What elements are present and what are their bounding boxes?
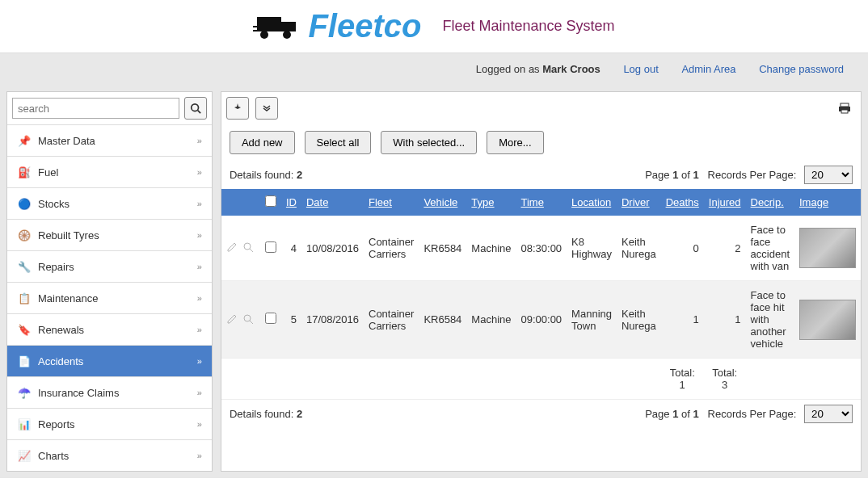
- nav-label: Accidents: [38, 355, 83, 367]
- records-per-page-select[interactable]: 20: [804, 166, 853, 184]
- col-id[interactable]: ID: [281, 189, 301, 216]
- view-icon[interactable]: [242, 313, 255, 326]
- sidebar-item-master-data[interactable]: 📌Master Data»: [7, 124, 212, 156]
- cell-time: 09:00:00: [516, 281, 567, 359]
- nav-icon: 📊: [17, 417, 32, 431]
- nav-label: Charts: [38, 450, 69, 462]
- svg-line-12: [250, 249, 253, 252]
- chevron-right-icon: »: [197, 167, 202, 177]
- chevron-right-icon: »: [197, 136, 202, 145]
- cell-type: Machine: [466, 281, 516, 359]
- svg-line-7: [198, 111, 201, 114]
- col-date[interactable]: Date: [301, 189, 364, 216]
- cell-id: 5: [281, 281, 301, 359]
- col-fleet[interactable]: Fleet: [364, 189, 419, 216]
- edit-icon[interactable]: [226, 313, 239, 326]
- logo-block: Fleetco Fleet Maintenance System: [253, 8, 614, 44]
- view-icon[interactable]: [242, 241, 255, 254]
- nav-label: Repairs: [38, 261, 74, 273]
- sidebar-item-rebuilt-tyres[interactable]: 🛞Rebuilt Tyres»: [7, 219, 212, 250]
- row-checkbox[interactable]: [265, 241, 276, 253]
- cell-descrip: Face to face accident with van: [746, 216, 794, 281]
- sidebar-item-accidents[interactable]: 📄Accidents»: [7, 345, 212, 376]
- pagination-info: Page 1 of 1 Records Per Page: 20: [645, 166, 853, 184]
- user-bar: Logged on as Mark Croos Log out Admin Ar…: [0, 53, 868, 85]
- with-selected-button[interactable]: With selected...: [381, 131, 477, 154]
- chevron-right-icon: »: [197, 356, 202, 366]
- sidebar-item-reports[interactable]: 📊Reports»: [7, 408, 212, 439]
- sidebar-item-stocks[interactable]: 🔵Stocks»: [7, 187, 212, 219]
- cell-date: 17/08/2016: [301, 281, 364, 359]
- col-deaths[interactable]: Deaths: [661, 189, 704, 216]
- chevron-right-icon: »: [197, 388, 202, 397]
- cell-fleet: Container Carriers: [364, 216, 419, 281]
- logged-on-label: Logged on as: [476, 63, 542, 75]
- nav-icon: 📄: [17, 354, 32, 368]
- nav-icon: ⛽: [17, 165, 32, 179]
- svg-rect-1: [281, 22, 296, 31]
- total-deaths: Total: 1: [661, 359, 704, 400]
- truck-icon: [253, 10, 301, 43]
- chevron-right-icon: »: [197, 262, 202, 271]
- col-image[interactable]: Image: [794, 189, 861, 216]
- sidebar-item-fuel[interactable]: ⛽Fuel»: [7, 156, 212, 187]
- select-all-checkbox[interactable]: [265, 195, 276, 207]
- sidebar-item-insurance-claims[interactable]: ☂️Insurance Claims»: [7, 376, 212, 408]
- row-checkbox[interactable]: [265, 313, 276, 324]
- svg-point-6: [192, 104, 199, 111]
- accidents-table: ID Date Fleet Vehicle Type Time Location…: [221, 189, 861, 400]
- cell-image[interactable]: [794, 281, 861, 359]
- accident-thumbnail[interactable]: [799, 228, 856, 268]
- cell-location: Manning Town: [567, 281, 617, 359]
- chevron-down-icon: [263, 104, 271, 112]
- nav-icon: 🔧: [17, 259, 32, 274]
- edit-icon[interactable]: [226, 241, 239, 254]
- print-button[interactable]: [833, 97, 856, 120]
- nav-label: Renewals: [38, 324, 84, 336]
- select-all-button[interactable]: Select all: [305, 131, 372, 154]
- col-descrip[interactable]: Decrip.: [746, 189, 794, 216]
- nav-label: Maintenance: [38, 292, 98, 304]
- col-driver[interactable]: Driver: [617, 189, 661, 216]
- cell-id: 4: [281, 216, 301, 281]
- cell-descrip: Face to face hit with another vehicle: [746, 281, 794, 359]
- col-vehicle[interactable]: Vehicle: [419, 189, 466, 216]
- cell-location: K8 Highway: [567, 216, 617, 281]
- col-checkbox[interactable]: [260, 189, 281, 216]
- accident-thumbnail[interactable]: [799, 300, 856, 340]
- nav-label: Master Data: [38, 135, 95, 147]
- more-button[interactable]: More...: [487, 131, 543, 154]
- admin-area-link[interactable]: Admin Area: [681, 63, 735, 75]
- dropdown-toggle-button[interactable]: [255, 97, 278, 120]
- pin-button[interactable]: [226, 97, 249, 120]
- brand-name: Fleetco: [308, 8, 421, 44]
- cell-vehicle: KR6584: [419, 216, 466, 281]
- records-per-page-select-bottom[interactable]: 20: [804, 405, 853, 423]
- sidebar-item-charts[interactable]: 📈Charts»: [7, 439, 212, 471]
- col-injured[interactable]: Injured: [704, 189, 746, 216]
- search-input[interactable]: [12, 98, 179, 119]
- records-per-page-label: Records Per Page:: [708, 169, 797, 181]
- cell-type: Machine: [466, 216, 516, 281]
- add-new-button[interactable]: Add new: [230, 131, 295, 154]
- chevron-right-icon: »: [197, 325, 202, 334]
- logout-link[interactable]: Log out: [623, 63, 658, 75]
- sidebar: 📌Master Data»⛽Fuel»🔵Stocks»🛞Rebuilt Tyre…: [6, 91, 213, 472]
- cell-image[interactable]: [794, 216, 861, 281]
- col-location[interactable]: Location: [567, 189, 617, 216]
- col-type[interactable]: Type: [466, 189, 516, 216]
- nav-icon: 📌: [17, 133, 32, 148]
- search-button[interactable]: [184, 97, 207, 120]
- chevron-right-icon: »: [197, 293, 202, 303]
- table-row: 517/08/2016Container CarriersKR6584Machi…: [221, 281, 861, 359]
- pagination-info-bottom: Page 1 of 1 Records Per Page: 20: [645, 405, 853, 423]
- change-password-link[interactable]: Change password: [759, 63, 844, 75]
- sidebar-item-maintenance[interactable]: 📋Maintenance»: [7, 282, 212, 313]
- col-time[interactable]: Time: [516, 189, 567, 216]
- content-area: Add new Select all With selected... More…: [221, 91, 862, 472]
- sidebar-item-repairs[interactable]: 🔧Repairs»: [7, 250, 212, 282]
- details-found: Details found: 2: [230, 169, 302, 181]
- print-icon: [838, 102, 851, 115]
- tagline: Fleet Maintenance System: [442, 18, 614, 35]
- sidebar-item-renewals[interactable]: 🔖Renewals»: [7, 313, 212, 345]
